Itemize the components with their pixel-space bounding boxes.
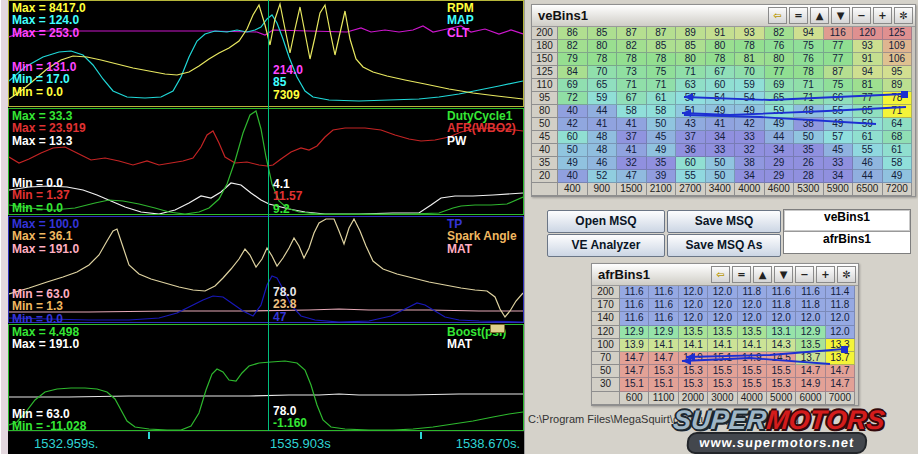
table-cell[interactable]: 85 [676, 40, 706, 53]
table-cell[interactable]: 76 [794, 53, 824, 66]
table-cell[interactable]: 78 [706, 53, 736, 66]
table-cell[interactable]: 49 [883, 170, 913, 183]
table-cell[interactable]: 12.9 [649, 326, 678, 339]
table-cell[interactable]: 29 [765, 157, 795, 170]
table-cell[interactable]: 81 [735, 53, 765, 66]
table-cell[interactable]: 34 [824, 170, 854, 183]
table-cell[interactable]: 11.6 [796, 286, 825, 299]
table-cell[interactable]: 58 [647, 105, 677, 118]
plus-icon-button[interactable]: + [873, 7, 892, 24]
table-cell[interactable]: 48 [588, 144, 618, 157]
table-cell[interactable]: 50 [706, 157, 736, 170]
table-cell[interactable]: 14.7 [620, 352, 649, 365]
plus-icon-button[interactable]: + [816, 266, 835, 283]
table-cell[interactable]: 40 [558, 170, 588, 183]
table-cell[interactable]: 57 [824, 131, 854, 144]
table-cell[interactable]: 40 [558, 105, 588, 118]
table-cell[interactable]: 82 [558, 40, 588, 53]
down-triangle-icon-button[interactable]: ▼ [774, 266, 793, 283]
table-cell[interactable]: 63 [676, 79, 706, 92]
table-cell[interactable]: 47 [617, 170, 647, 183]
table-cell[interactable]: 61 [883, 144, 913, 157]
table-cell[interactable]: 116 [824, 27, 854, 40]
table-cell[interactable]: 15.1 [649, 378, 678, 391]
table-cell[interactable]: 33 [706, 144, 736, 157]
table-cell[interactable]: 49 [558, 157, 588, 170]
table-cell[interactable]: 45 [647, 131, 677, 144]
table-cell[interactable]: 14.9 [679, 352, 708, 365]
table-cell[interactable]: 14.7 [796, 365, 825, 378]
table-cell[interactable]: 42 [735, 118, 765, 131]
table-cell[interactable]: 14.9 [738, 352, 767, 365]
table-cell[interactable]: 14.9 [796, 378, 825, 391]
back-arrow-icon-button[interactable]: ⇦ [768, 7, 787, 24]
table-cell[interactable]: 58 [617, 105, 647, 118]
table-cell[interactable]: 61 [647, 92, 677, 105]
table-cell[interactable]: 55 [824, 105, 854, 118]
table-cell[interactable]: 14.5 [767, 352, 796, 365]
table-cell[interactable]: 78 [883, 92, 913, 105]
table-cell[interactable]: 29 [765, 170, 795, 183]
table-cell[interactable]: 78 [647, 53, 677, 66]
table-cell[interactable]: 15.1 [620, 378, 649, 391]
timeline-bar[interactable]: 1532.959s. 1535.903s 1538.670s. [8, 431, 524, 454]
table-cell[interactable]: 14.7 [826, 378, 855, 391]
table-cell[interactable]: 91 [706, 27, 736, 40]
table-cell[interactable]: 69 [558, 79, 588, 92]
table-cell[interactable]: 45 [824, 144, 854, 157]
open-msq-button[interactable]: Open MSQ [547, 210, 665, 233]
table-cell[interactable]: 13.1 [767, 326, 796, 339]
table-cell[interactable]: 11.4 [826, 286, 855, 299]
table-cell[interactable]: 15.5 [708, 365, 737, 378]
table-cell[interactable]: 120 [853, 27, 883, 40]
table-cell[interactable]: 35 [794, 144, 824, 157]
table-cell[interactable]: 89 [676, 27, 706, 40]
table-cell[interactable]: 14.1 [679, 339, 708, 352]
table-cell[interactable]: 51 [676, 105, 706, 118]
table-cell[interactable]: 12.0 [767, 312, 796, 325]
table-cell[interactable]: 65 [588, 79, 618, 92]
table-cell[interactable]: 80 [676, 53, 706, 66]
table-cell[interactable]: 12.0 [708, 286, 737, 299]
table-cell[interactable]: 11.6 [649, 299, 678, 312]
list-item-vebins1[interactable]: veBins1 [784, 210, 910, 232]
table-cell[interactable]: 15.1 [708, 352, 737, 365]
table-cell[interactable]: 12.0 [708, 312, 737, 325]
table-cell[interactable]: 73 [617, 66, 647, 79]
table-cell[interactable]: 11.6 [620, 299, 649, 312]
table-cell[interactable]: 14.3 [767, 339, 796, 352]
table-cell[interactable]: 87 [617, 27, 647, 40]
table-cell[interactable]: 43 [676, 118, 706, 131]
table-cell[interactable]: 15.5 [738, 378, 767, 391]
table-cell[interactable]: 50 [706, 170, 736, 183]
table-cell[interactable]: 14.1 [649, 339, 678, 352]
table-cell[interactable]: 77 [765, 66, 795, 79]
graph-panel-rpm-map-clt[interactable]: Max = 8417.0Max = 124.0Max = 253.0Min = … [8, 0, 524, 107]
table-cell[interactable]: 75 [647, 66, 677, 79]
table-cell[interactable]: 59 [735, 79, 765, 92]
table-cell[interactable]: 71 [883, 105, 913, 118]
table-cell[interactable]: 12.9 [796, 326, 825, 339]
table-cell[interactable]: 67 [706, 66, 736, 79]
panel-resize-handle[interactable] [490, 324, 505, 333]
table-cell[interactable]: 33 [824, 157, 854, 170]
table-cell[interactable]: 78 [617, 53, 647, 66]
table-cell[interactable]: 48 [588, 131, 618, 144]
minus-icon-button[interactable]: − [852, 7, 871, 24]
table-cell[interactable]: 59 [588, 92, 618, 105]
table-cell[interactable]: 70 [735, 66, 765, 79]
table-cell[interactable]: 34 [706, 131, 736, 144]
table-cell[interactable]: 94 [853, 66, 883, 79]
ve-analyzer-button[interactable]: VE Analyzer [547, 234, 665, 257]
table-cell[interactable]: 78 [735, 40, 765, 53]
table-cell[interactable]: 38 [794, 118, 824, 131]
up-triangle-icon-button[interactable]: ▲ [810, 7, 829, 24]
table-cell[interactable]: 77 [824, 53, 854, 66]
log-cursor-line[interactable] [268, 0, 269, 431]
equals-icon-button[interactable]: = [732, 266, 751, 283]
table-cell[interactable]: 11.6 [620, 286, 649, 299]
back-arrow-icon-button[interactable]: ⇦ [711, 266, 730, 283]
table-cell[interactable]: 80 [706, 40, 736, 53]
table-cell[interactable]: 77 [824, 40, 854, 53]
minus-icon-button[interactable]: − [795, 266, 814, 283]
